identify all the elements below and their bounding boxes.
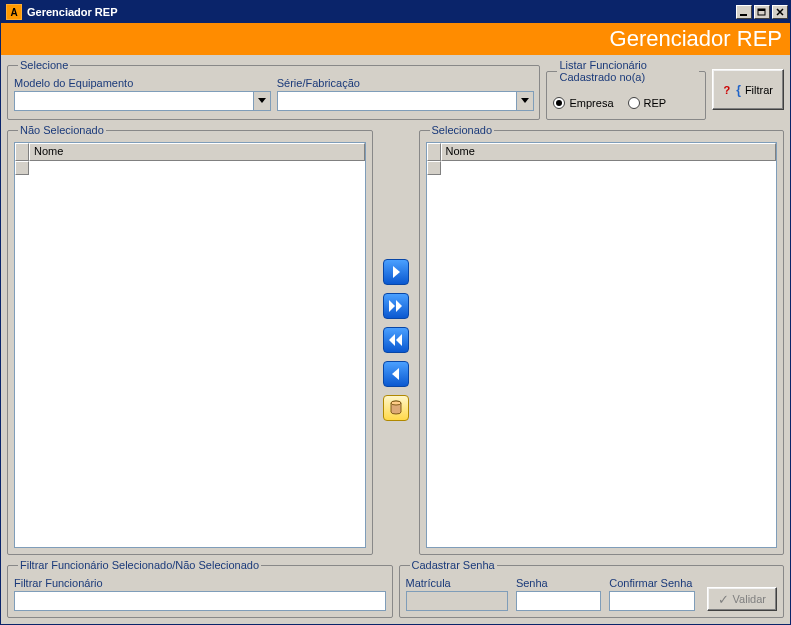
selecionado-legend: Selecionado (430, 124, 495, 136)
matricula-label: Matrícula (406, 577, 508, 589)
svg-rect-0 (740, 14, 747, 16)
grid-corner (427, 143, 441, 161)
selecionado-grid[interactable]: Nome (426, 142, 778, 548)
transfer-buttons (379, 124, 413, 555)
double-chevron-left-icon (388, 333, 404, 347)
validar-label: Validar (733, 593, 766, 605)
arrow-icon: { (736, 83, 741, 97)
database-button[interactable] (383, 395, 409, 421)
move-all-right-button[interactable] (383, 293, 409, 319)
selecione-legend: Selecione (18, 59, 70, 71)
radio-rep-label: REP (644, 97, 667, 109)
listar-legend: Listar Funcionário Cadastrado no(a) (557, 59, 699, 83)
svg-rect-2 (758, 9, 765, 11)
radio-icon (553, 97, 565, 109)
filtrar-func-group: Filtrar Funcionário Selecionado/Não Sele… (7, 559, 393, 618)
banner-title: Gerenciador REP (610, 26, 782, 52)
sel-col-nome[interactable]: Nome (441, 143, 777, 161)
filtrar-func-input[interactable] (14, 591, 386, 611)
serie-label: Série/Fabricação (277, 77, 534, 89)
radio-rep[interactable]: REP (628, 97, 667, 109)
titlebar: A Gerenciador REP (1, 1, 790, 23)
window-title: Gerenciador REP (27, 6, 117, 18)
validar-button[interactable]: ✓ Validar (707, 587, 777, 611)
app-window: A Gerenciador REP Gerenciador REP Seleci… (0, 0, 791, 625)
selecione-group: Selecione Modelo do Equipamento Série/Fa… (7, 59, 540, 120)
cadastrar-senha-legend: Cadastrar Senha (410, 559, 497, 571)
chevron-down-icon (516, 92, 533, 110)
grid-rowhead (427, 161, 441, 175)
filtrar-func-legend: Filtrar Funcionário Selecionado/Não Sele… (18, 559, 261, 571)
senha-label: Senha (516, 577, 601, 589)
filtrar-button[interactable]: ?{ Filtrar (712, 69, 784, 110)
banner: Gerenciador REP (1, 23, 790, 55)
filtrar-label: Filtrar (745, 84, 773, 96)
cadastrar-senha-group: Cadastrar Senha Matrícula Senha Confirma… (399, 559, 785, 618)
minimize-button[interactable] (736, 5, 752, 19)
move-all-left-button[interactable] (383, 327, 409, 353)
radio-icon (628, 97, 640, 109)
modelo-label: Modelo do Equipamento (14, 77, 271, 89)
svg-point-4 (391, 401, 401, 405)
confirmar-senha-input[interactable] (609, 591, 694, 611)
maximize-icon (757, 8, 767, 16)
app-icon: A (6, 4, 22, 20)
filtrar-func-label: Filtrar Funcionário (14, 577, 386, 589)
selecionado-group: Selecionado Nome (419, 124, 785, 555)
radio-empresa[interactable]: Empresa (553, 97, 613, 109)
listar-group: Listar Funcionário Cadastrado no(a) Empr… (546, 59, 706, 120)
minimize-icon (739, 8, 749, 16)
nao-selecionado-group: Não Selecionado Nome (7, 124, 373, 555)
double-chevron-right-icon (388, 299, 404, 313)
nao-selecionado-legend: Não Selecionado (18, 124, 106, 136)
radio-empresa-label: Empresa (569, 97, 613, 109)
grid-corner (15, 143, 29, 161)
grid-rowhead (15, 161, 29, 175)
serie-combobox[interactable] (277, 91, 534, 111)
nao-selecionado-grid[interactable]: Nome (14, 142, 366, 548)
nao-sel-col-nome[interactable]: Nome (29, 143, 365, 161)
chevron-down-icon (253, 92, 270, 110)
move-left-button[interactable] (383, 361, 409, 387)
confirmar-senha-label: Confirmar Senha (609, 577, 694, 589)
check-icon: ✓ (718, 592, 729, 607)
move-right-button[interactable] (383, 259, 409, 285)
modelo-combobox[interactable] (14, 91, 271, 111)
close-button[interactable] (772, 5, 788, 19)
close-icon (775, 8, 785, 16)
senha-input[interactable] (516, 591, 601, 611)
maximize-button[interactable] (754, 5, 770, 19)
chevron-left-icon (390, 367, 402, 381)
matricula-input (406, 591, 508, 611)
chevron-right-icon (390, 265, 402, 279)
database-icon (389, 400, 403, 416)
question-icon: ? (723, 84, 730, 96)
